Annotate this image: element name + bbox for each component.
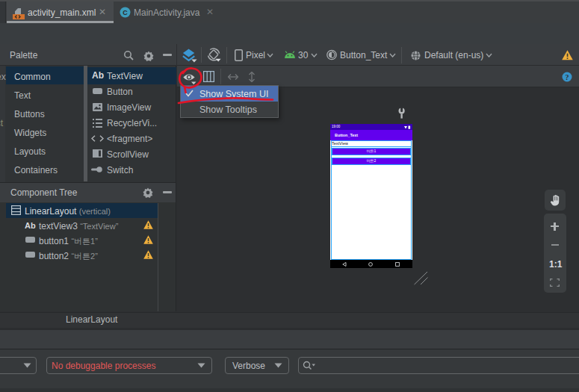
svg-text:?: ?: [566, 73, 569, 81]
svg-text:C: C: [123, 9, 128, 16]
